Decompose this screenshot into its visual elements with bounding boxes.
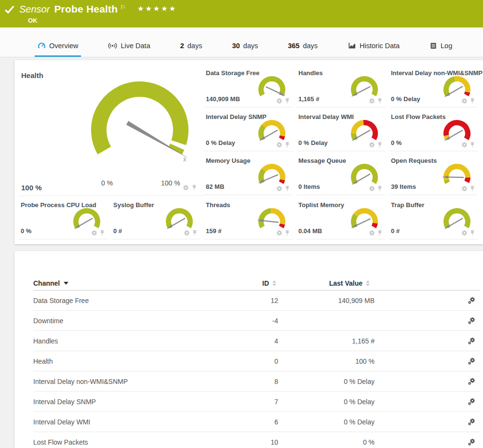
gauge-value: 0 % Delay bbox=[298, 139, 328, 146]
tab-bar: OverviewLive Data2days30days365daysHisto… bbox=[0, 27, 483, 57]
gear-icon[interactable] bbox=[183, 184, 189, 193]
gear-icon[interactable] bbox=[461, 230, 468, 236]
channel-name-cell: Health bbox=[33, 357, 227, 365]
channel-settings-gear-icon[interactable] bbox=[468, 337, 475, 345]
sort-desc-icon[interactable] bbox=[64, 282, 68, 285]
gauge-value: 0 # bbox=[113, 227, 122, 235]
tab-historic-data[interactable]: Historic Data bbox=[345, 41, 402, 57]
gauge-min-label: 0 % bbox=[101, 179, 113, 187]
channel-settings-gear-icon[interactable] bbox=[468, 297, 475, 304]
channel-last-value-cell: 140,909 MB bbox=[285, 297, 381, 304]
pin-icon[interactable] bbox=[284, 185, 290, 192]
pin-icon[interactable] bbox=[377, 98, 383, 104]
channel-actions-cell bbox=[381, 378, 480, 385]
table-row: Health0100 % bbox=[33, 351, 480, 371]
pin-icon[interactable] bbox=[284, 142, 290, 148]
gauge-title: Interval Delay WMI bbox=[298, 113, 354, 120]
gear-icon[interactable] bbox=[276, 142, 282, 148]
gauge-actions bbox=[183, 184, 197, 193]
channel-settings-gear-icon[interactable] bbox=[468, 418, 475, 426]
column-header-id[interactable]: ID bbox=[262, 279, 269, 287]
gear-icon[interactable] bbox=[369, 142, 375, 148]
pin-icon[interactable] bbox=[377, 142, 383, 148]
pin-icon[interactable] bbox=[99, 230, 105, 236]
tab-overview[interactable]: Overview bbox=[35, 41, 81, 57]
gear-icon[interactable] bbox=[91, 230, 97, 236]
gauge-actions bbox=[461, 230, 475, 236]
channel-settings-gear-icon[interactable] bbox=[468, 378, 475, 385]
sensor-status-badge: OK bbox=[28, 17, 38, 24]
channel-settings-gear-icon[interactable] bbox=[468, 438, 475, 446]
gear-icon[interactable] bbox=[276, 230, 282, 236]
pin-icon[interactable] bbox=[192, 230, 198, 236]
gauge-title: Trap Buffer bbox=[391, 201, 424, 209]
channel-settings-gear-icon[interactable] bbox=[468, 398, 475, 406]
gear-icon[interactable] bbox=[369, 98, 375, 104]
tab-2-days[interactable]: 2days bbox=[177, 42, 205, 57]
gear-icon[interactable] bbox=[461, 98, 468, 104]
pin-icon[interactable] bbox=[284, 230, 290, 236]
flag-icon[interactable]: ⚐ bbox=[120, 4, 126, 11]
channel-id-cell: -4 bbox=[227, 317, 285, 325]
tab-365-days[interactable]: 365days bbox=[285, 42, 321, 57]
sensor-title: Probe Health bbox=[54, 3, 118, 15]
gauge-title: Message Queue bbox=[298, 157, 346, 164]
channel-actions-cell bbox=[381, 438, 480, 446]
tab-number: 365 bbox=[288, 42, 299, 50]
gauge-actions bbox=[461, 185, 475, 192]
gauge-card: Handles1,165 # bbox=[296, 67, 385, 107]
column-header-channel[interactable]: Channel bbox=[33, 279, 60, 287]
gauge-title: Syslog Buffer bbox=[113, 201, 154, 209]
sort-toggle-icon[interactable] bbox=[272, 280, 276, 286]
column-header-last-value[interactable]: Last Value bbox=[329, 279, 362, 287]
pin-icon[interactable] bbox=[377, 185, 383, 192]
pin-icon[interactable] bbox=[191, 184, 197, 193]
channel-name-cell: Interval Delay WMI bbox=[33, 418, 227, 426]
channel-actions-cell bbox=[381, 418, 480, 426]
gear-icon[interactable] bbox=[461, 142, 468, 148]
channel-id-cell: 0 bbox=[227, 357, 285, 365]
tab-label: Historic Data bbox=[360, 42, 400, 50]
gauge-title: Open Requests bbox=[391, 157, 437, 164]
sort-toggle-icon[interactable] bbox=[366, 280, 370, 286]
gauge-card: Syslog Buffer0 # bbox=[111, 199, 200, 239]
gauge-title: Health bbox=[21, 71, 43, 79]
gear-icon[interactable] bbox=[276, 98, 282, 104]
channel-name-cell: Lost Flow Packets bbox=[33, 438, 227, 446]
gauge-card: Memory Usage82 MB bbox=[204, 155, 293, 195]
channel-actions-cell bbox=[381, 337, 480, 345]
tab-log[interactable]: Log bbox=[427, 42, 455, 57]
pin-icon[interactable] bbox=[470, 230, 475, 236]
channel-table-header: Channel ID Last Value bbox=[33, 276, 480, 290]
channel-settings-gear-icon[interactable] bbox=[468, 317, 475, 325]
pin-icon[interactable] bbox=[470, 185, 475, 192]
gauge-value: 159 # bbox=[206, 227, 222, 235]
average-marker[interactable]: x̄ bbox=[183, 156, 187, 163]
gauge-value: 0 # bbox=[391, 227, 400, 235]
gear-icon[interactable] bbox=[461, 185, 468, 192]
gauge-value: 100 % bbox=[21, 184, 42, 192]
sensor-header: Sensor Probe Health ⚐ ★★★★★ OK bbox=[0, 0, 483, 27]
gear-icon[interactable] bbox=[276, 185, 282, 192]
channel-last-value-cell: 0 % Delay bbox=[285, 398, 381, 406]
gear-icon[interactable] bbox=[369, 230, 375, 236]
pin-icon[interactable] bbox=[470, 98, 475, 104]
channel-table-panel: Channel ID Last Value Data Storage Free1… bbox=[14, 251, 483, 448]
tab-30-days[interactable]: 30days bbox=[229, 42, 261, 57]
gear-icon[interactable] bbox=[369, 185, 375, 192]
gauge-card: Lost Flow Packets0 % bbox=[389, 111, 478, 151]
gear-icon[interactable] bbox=[184, 230, 190, 236]
pin-icon[interactable] bbox=[470, 142, 475, 148]
channel-settings-gear-icon[interactable] bbox=[468, 357, 475, 365]
gauge-card: Message Queue0 Items bbox=[296, 155, 385, 195]
gauge-value: 0 % bbox=[21, 227, 31, 235]
pin-icon[interactable] bbox=[284, 98, 290, 104]
gauge-card: Threads159 # bbox=[204, 199, 293, 239]
priority-stars[interactable]: ★★★★★ bbox=[137, 4, 177, 13]
gauge-actions bbox=[461, 98, 475, 104]
tab-live-data[interactable]: Live Data bbox=[105, 41, 153, 57]
channel-last-value-cell: 0 % Delay bbox=[285, 378, 381, 385]
tab-label: days bbox=[243, 42, 258, 50]
gauge-actions bbox=[276, 142, 290, 148]
pin-icon[interactable] bbox=[377, 230, 383, 236]
